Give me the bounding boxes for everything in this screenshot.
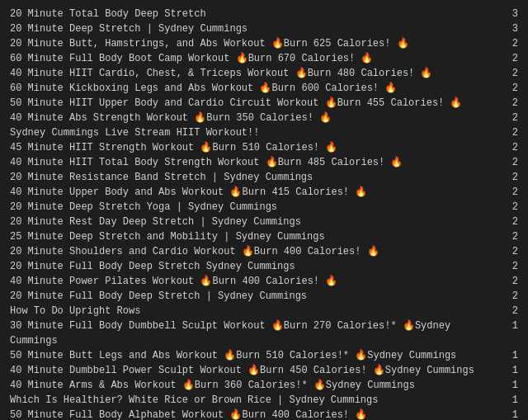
row-count: 2 xyxy=(507,96,518,111)
table-row: 45 Minute HIIT Strength Workout 🔥Burn 51… xyxy=(8,140,520,155)
row-count: 2 xyxy=(507,140,518,155)
row-count: 3 xyxy=(507,21,518,36)
table-row: 60 Minute Kickboxing Legs and Abs Workou… xyxy=(8,81,520,96)
row-text: 60 Minute Kickboxing Legs and Abs Workou… xyxy=(10,81,498,96)
row-count: 1 xyxy=(507,348,518,363)
row-count: 2 xyxy=(507,215,518,229)
row-text: 40 Minute Upper Body and Abs Workout 🔥Bu… xyxy=(10,185,498,200)
row-text: 40 Minute HIIT Total Body Strength Worko… xyxy=(10,155,498,170)
table-row: 20 Minute Full Body Deep Stretch Sydney … xyxy=(8,259,520,274)
row-count: 2 xyxy=(507,200,518,215)
row-text: Sydney Cummings Live Stream HIIT Workout… xyxy=(10,125,498,140)
table-row: 40 Minute Arms & Abs Workout 🔥Burn 360 C… xyxy=(8,378,520,393)
row-count: 2 xyxy=(507,36,518,51)
table-row: 40 Minute Power Pilates Workout 🔥Burn 40… xyxy=(8,274,520,289)
table-row: 20 Minute Total Body Deep Stretch3 xyxy=(8,7,520,21)
row-count: 2 xyxy=(507,155,518,170)
row-count: 2 xyxy=(507,170,518,185)
table-row: 40 Minute HIIT Total Body Strength Worko… xyxy=(8,155,520,170)
row-text: 20 Minute Deep Stretch Yoga | Sydney Cum… xyxy=(10,200,498,215)
row-text: 20 Minute Full Body Deep Stretch | Sydne… xyxy=(10,289,498,304)
table-row: 40 Minute Abs Strength Workout 🔥Burn 350… xyxy=(8,111,520,125)
row-count: 2 xyxy=(507,81,518,96)
row-text: 50 Minute Butt Legs and Abs Workout 🔥Bur… xyxy=(10,348,498,363)
table-row: 25 Minute Deep Stretch and Mobility | Sy… xyxy=(8,229,520,244)
row-count: 2 xyxy=(507,259,518,274)
row-count: 2 xyxy=(507,304,518,319)
row-text: Which Is Healthier? White Rice or Brown … xyxy=(10,393,498,408)
table-row: 50 Minute Butt Legs and Abs Workout 🔥Bur… xyxy=(8,348,520,363)
row-text: 50 Minute HIIT Upper Body and Cardio Cir… xyxy=(10,96,498,111)
table-row: 20 Minute Resistance Band Stretch | Sydn… xyxy=(8,170,520,185)
row-text: 20 Minute Total Body Deep Stretch xyxy=(10,7,498,21)
table-row: 20 Minute Deep Stretch Yoga | Sydney Cum… xyxy=(8,200,520,215)
output-container: 20 Minute Total Body Deep Stretch320 Min… xyxy=(8,7,520,420)
table-row: 40 Minute Upper Body and Abs Workout 🔥Bu… xyxy=(8,185,520,200)
row-count: 2 xyxy=(507,66,518,81)
row-text: 45 Minute HIIT Strength Workout 🔥Burn 51… xyxy=(10,140,498,155)
row-text: 20 Minute Rest Day Deep Stretch | Sydney… xyxy=(10,215,498,229)
row-text: 60 Minute Full Body Boot Camp Workout 🔥B… xyxy=(10,51,498,66)
row-count: 2 xyxy=(507,289,518,304)
row-text: 40 Minute HIIT Cardio, Chest, & Triceps … xyxy=(10,66,498,81)
row-text: How To Do Upright Rows xyxy=(10,304,498,319)
row-count: 2 xyxy=(507,125,518,140)
row-text: 20 Minute Deep Stretch | Sydney Cummings xyxy=(10,21,498,36)
row-text: 40 Minute Abs Strength Workout 🔥Burn 350… xyxy=(10,111,498,125)
row-text: 20 Minute Resistance Band Stretch | Sydn… xyxy=(10,170,498,185)
row-count: 2 xyxy=(507,229,518,244)
row-count: 1 xyxy=(507,363,518,378)
row-count: 2 xyxy=(507,185,518,200)
table-row: How To Do Upright Rows2 xyxy=(8,304,520,319)
row-text: 30 Minute Full Body Dumbbell Sculpt Work… xyxy=(10,319,498,348)
row-count: 3 xyxy=(507,7,518,21)
row-count: 2 xyxy=(507,244,518,259)
table-row: 60 Minute Full Body Boot Camp Workout 🔥B… xyxy=(8,51,520,66)
row-count: 1 xyxy=(507,393,518,408)
table-row: 40 Minute HIIT Cardio, Chest, & Triceps … xyxy=(8,66,520,81)
table-row: 20 Minute Shoulders and Cardio Workout 🔥… xyxy=(8,244,520,259)
table-row: 20 Minute Full Body Deep Stretch | Sydne… xyxy=(8,289,520,304)
row-text: 20 Minute Full Body Deep Stretch Sydney … xyxy=(10,259,498,274)
row-text: 20 Minute Shoulders and Cardio Workout 🔥… xyxy=(10,244,498,259)
row-text: 50 Minute Full Body Alphabet Workout 🔥Bu… xyxy=(10,408,498,420)
table-row: 30 Minute Full Body Dumbbell Sculpt Work… xyxy=(8,319,520,348)
table-row: 20 Minute Rest Day Deep Stretch | Sydney… xyxy=(8,215,520,229)
row-count: 1 xyxy=(507,378,518,393)
row-text: 20 Minute Butt, Hamstrings, and Abs Work… xyxy=(10,36,498,51)
table-row: 20 Minute Butt, Hamstrings, and Abs Work… xyxy=(8,36,520,51)
row-text: 25 Minute Deep Stretch and Mobility | Sy… xyxy=(10,229,498,244)
row-text: 40 Minute Dumbbell Power Sculpt Workout … xyxy=(10,363,498,378)
row-text: 40 Minute Power Pilates Workout 🔥Burn 40… xyxy=(10,274,498,289)
table-row: 40 Minute Dumbbell Power Sculpt Workout … xyxy=(8,363,520,378)
row-count: 2 xyxy=(507,274,518,289)
table-row: 50 Minute Full Body Alphabet Workout 🔥Bu… xyxy=(8,408,520,420)
row-count: 2 xyxy=(507,51,518,66)
row-count: 2 xyxy=(507,111,518,125)
table-row: Which Is Healthier? White Rice or Brown … xyxy=(8,393,520,408)
row-text: 40 Minute Arms & Abs Workout 🔥Burn 360 C… xyxy=(10,378,498,393)
table-row: 50 Minute HIIT Upper Body and Cardio Cir… xyxy=(8,96,520,111)
table-row: Sydney Cummings Live Stream HIIT Workout… xyxy=(8,125,520,140)
table-row: 20 Minute Deep Stretch | Sydney Cummings… xyxy=(8,21,520,36)
row-count: 1 xyxy=(507,408,518,420)
row-count: 1 xyxy=(507,319,518,348)
